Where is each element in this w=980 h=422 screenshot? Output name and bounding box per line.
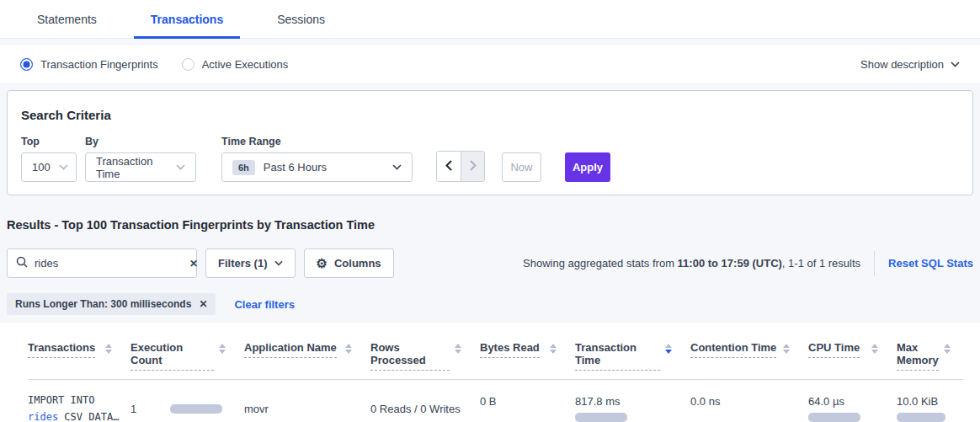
column-header-bytes-read[interactable]: Bytes Read <box>480 341 568 358</box>
chevron-left-icon <box>445 160 452 174</box>
sql-line1: IMPORT INTO <box>28 394 94 406</box>
column-header-execution-count[interactable]: Execution Count <box>130 341 237 371</box>
contention-time-value: 0.0 ns <box>690 395 720 408</box>
column-header-max-memory[interactable]: Max Memory <box>897 341 956 371</box>
active-filters-row: Runs Longer Than: 300 milliseconds ✕ Cle… <box>7 293 973 315</box>
radio-active-exec-label: Active Executions <box>202 58 289 71</box>
bytes-read-value: 0 B <box>480 395 497 408</box>
max-memory-value: 10.0 KiB <box>897 395 938 408</box>
cpu-time-bar <box>808 413 860 422</box>
top-select[interactable]: 100 <box>21 152 77 182</box>
radio-transaction-fingerprints[interactable]: Transaction Fingerprints <box>20 58 158 71</box>
stats-area: Showing aggregated stats from 11:00 to 1… <box>523 251 973 276</box>
sql-highlight: rides <box>28 411 58 422</box>
show-description-label: Show description <box>860 58 944 71</box>
show-description-toggle[interactable]: Show description <box>860 58 960 71</box>
tab-statements[interactable]: Statements <box>20 0 114 38</box>
search-input[interactable] <box>35 257 183 270</box>
max-memory-bar <box>897 413 945 422</box>
chevron-down-icon <box>176 164 185 170</box>
stats-range: 11:00 to 17:59 (UTC) <box>678 257 782 270</box>
sort-icon <box>944 344 951 354</box>
columns-button-label: Columns <box>334 257 381 270</box>
results-controls-row: ✕ Filters (1) ⚙ Columns Showing aggregat… <box>7 248 973 278</box>
sort-icon <box>550 344 557 354</box>
execution-count-cell: 1 <box>130 403 237 415</box>
stats-prefix: Showing aggregated stats from <box>523 257 678 270</box>
radio-selected-icon <box>20 58 33 71</box>
chevron-down-icon <box>59 164 68 170</box>
by-select-value: Transaction Time <box>96 155 168 180</box>
sort-desc-active-icon <box>665 344 672 354</box>
results-heading: Results - Top 100 Transaction Fingerprin… <box>7 218 973 232</box>
vertical-divider <box>874 251 875 276</box>
time-range-label: Time Range <box>221 136 413 147</box>
now-button[interactable]: Now <box>502 152 541 182</box>
by-label: By <box>85 136 196 147</box>
apply-button[interactable]: Apply <box>565 152 610 182</box>
chevron-right-icon <box>470 160 477 174</box>
radio-fingerprints-label: Transaction Fingerprints <box>40 58 158 71</box>
results-search-box: ✕ <box>7 248 197 278</box>
sort-icon <box>455 344 461 354</box>
search-icon <box>16 256 28 270</box>
chevron-down-icon <box>951 61 960 67</box>
max-memory-cell: 10.0 KiB <box>897 395 956 422</box>
time-nav-group <box>436 151 485 182</box>
by-select[interactable]: Transaction Time <box>85 152 196 182</box>
transaction-fingerprint-link[interactable]: IMPORT INTO rides CSV DATA… <box>28 392 124 422</box>
radio-active-executions[interactable]: Active Executions <box>182 58 289 71</box>
sql-rest: CSV DATA… <box>58 411 119 422</box>
column-header-transaction-time[interactable]: Transaction Time <box>575 341 684 371</box>
filters-button-label: Filters (1) <box>218 257 268 270</box>
column-header-transactions[interactable]: Transactions <box>28 341 124 358</box>
top-tab-bar: Statements Transactions Sessions <box>0 0 980 39</box>
time-range-select[interactable]: 6h Past 6 Hours <box>221 152 413 182</box>
time-range-value: Past 6 Hours <box>264 161 327 174</box>
column-header-rows-processed[interactable]: Rows Processed <box>370 341 473 371</box>
stats-suffix: , 1-1 of 1 results <box>782 257 860 270</box>
transactions-table: Transactions Execution Count Application… <box>28 336 963 422</box>
top-field: Top 100 <box>21 136 77 182</box>
sort-icon <box>219 344 226 354</box>
columns-button[interactable]: ⚙ Columns <box>304 248 394 278</box>
sort-icon <box>105 344 112 354</box>
chevron-down-icon <box>274 260 283 266</box>
gear-icon: ⚙ <box>317 256 328 271</box>
clear-filters-link[interactable]: Clear filters <box>234 298 295 311</box>
sort-icon <box>345 344 352 354</box>
column-header-cpu-time[interactable]: CPU Time <box>808 341 890 358</box>
filter-pill-label: Runs Longer Than: 300 milliseconds <box>15 298 191 310</box>
remove-filter-icon[interactable]: ✕ <box>199 298 207 310</box>
execution-count-value: 1 <box>130 403 136 415</box>
filter-pill: Runs Longer Than: 300 milliseconds ✕ <box>7 293 216 315</box>
search-criteria-card: Search Criteria Top 100 By Transaction T… <box>7 90 973 195</box>
filters-button[interactable]: Filters (1) <box>205 248 296 278</box>
column-header-application-name[interactable]: Application Name <box>244 341 364 358</box>
tab-sessions[interactable]: Sessions <box>260 0 342 38</box>
tab-transactions[interactable]: Transactions <box>134 0 240 38</box>
sort-icon <box>871 344 878 354</box>
time-range-badge: 6h <box>232 160 255 175</box>
clear-search-icon[interactable]: ✕ <box>189 258 198 270</box>
time-range-field: Time Range 6h Past 6 Hours <box>213 136 413 182</box>
application-name-value: movr <box>244 403 269 415</box>
column-header-contention-time[interactable]: Contention Time <box>690 341 802 358</box>
view-toggle-strip: Transaction Fingerprints Active Executio… <box>0 45 980 83</box>
top-select-value: 100 <box>32 161 51 174</box>
table-header-row: Transactions Execution Count Application… <box>28 336 963 380</box>
cpu-time-value: 64.0 µs <box>808 395 844 408</box>
by-field: By Transaction Time <box>85 136 196 182</box>
search-criteria-title: Search Criteria <box>21 108 959 122</box>
sort-icon <box>783 344 790 354</box>
reset-sql-stats-link[interactable]: Reset SQL Stats <box>888 257 973 270</box>
next-time-button[interactable] <box>461 152 484 181</box>
radio-unselected-icon <box>182 58 194 71</box>
rows-processed-value: 0 Reads / 0 Writes <box>370 403 461 415</box>
aggregated-stats-text: Showing aggregated stats from 11:00 to 1… <box>523 257 860 270</box>
chevron-down-icon <box>392 164 402 170</box>
results-table-section: Transactions Execution Count Application… <box>0 323 980 422</box>
previous-time-button[interactable] <box>437 152 461 181</box>
transaction-time-value: 817.8 ms <box>575 395 620 408</box>
transaction-time-cell: 817.8 ms <box>575 395 684 422</box>
